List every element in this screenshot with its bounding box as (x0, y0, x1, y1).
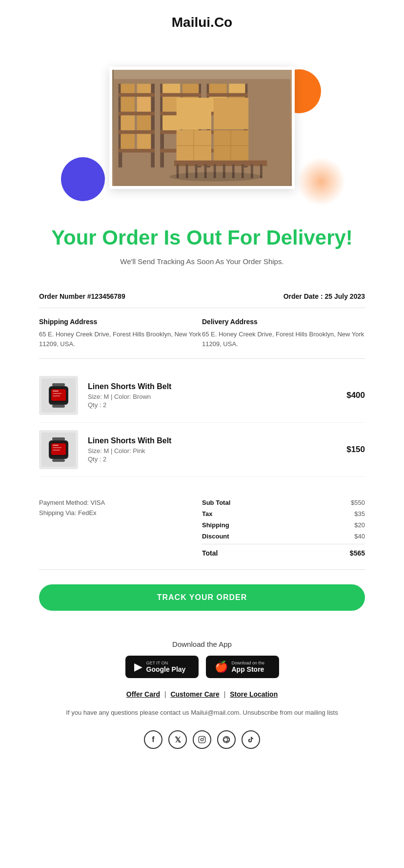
svg-point-80 (203, 738, 204, 739)
customer-care-link[interactable]: Customer Care (170, 690, 219, 698)
svg-rect-18 (160, 93, 201, 97)
product-qty-1: Qty : 2 (88, 401, 346, 409)
google-play-text: GET IT ON Google Play (146, 661, 186, 673)
footer-contact: If you have any questions please contact… (39, 708, 365, 718)
product-price-1: $400 (346, 391, 365, 400)
shipping-label: Shipping (202, 521, 229, 529)
address-row: Shipping Address 65 E. Honey Creek Drive… (39, 308, 365, 359)
total-final-row: Total $565 (202, 544, 365, 557)
svg-rect-75 (53, 445, 59, 446)
svg-rect-6 (119, 130, 155, 134)
warehouse-image (112, 70, 292, 186)
instagram-icon[interactable] (193, 730, 211, 749)
divider-1: | (164, 690, 168, 698)
svg-rect-7 (119, 149, 155, 153)
products-section: Linen Shorts With Belt Size: M | Color: … (39, 359, 365, 487)
svg-rect-14 (121, 134, 135, 148)
footer-links: Offer Card | Customer Care | Store Locat… (39, 690, 365, 698)
svg-rect-34 (209, 84, 226, 93)
svg-rect-12 (121, 115, 135, 130)
google-play-big: Google Play (146, 665, 186, 673)
twitter-icon[interactable]: 𝕏 (168, 730, 187, 749)
svg-rect-67 (53, 395, 60, 396)
payment-info: Payment Method: VISA Shipping Via: FedEx (39, 499, 202, 557)
product-name-2: Linen Shorts With Belt (88, 436, 346, 445)
dribbble-icon[interactable] (217, 730, 236, 749)
tiktok-icon[interactable] (242, 730, 260, 749)
headline: Your Order Is Out For Delivery! (39, 226, 365, 250)
svg-rect-8 (121, 84, 135, 93)
svg-rect-4 (119, 93, 155, 97)
product-details-1: Linen Shorts With Belt Size: M | Color: … (88, 382, 346, 409)
hero-section (0, 40, 404, 216)
app-store-big: App Store (232, 665, 265, 673)
product-item-2: Linen Shorts With Belt Size: M | Color: … (39, 423, 365, 477)
apple-icon: 🍎 (215, 661, 228, 673)
divider-2: | (224, 690, 228, 698)
main-content: Your Order Is Out For Delivery! We'll Se… (0, 226, 404, 625)
product-qty-2: Qty : 2 (88, 455, 346, 463)
product-meta-2: Size: M | Color: Pink (88, 447, 346, 455)
discount-row: Discount $40 (202, 533, 365, 540)
product-details-2: Linen Shorts With Belt Size: M | Color: … (88, 436, 346, 463)
total-label: Total (202, 549, 218, 557)
subtotal-value: $550 (351, 499, 365, 506)
svg-rect-30 (207, 93, 248, 97)
app-store-small: Download on the (232, 661, 265, 665)
shipping-value: $20 (354, 521, 365, 529)
svg-rect-51 (177, 98, 211, 129)
svg-rect-52 (214, 98, 248, 129)
store-location-link[interactable]: Store Location (230, 690, 278, 698)
shipping-address-block: Shipping Address 65 E. Honey Creek Drive… (39, 318, 202, 349)
logo: Mailui.Co (0, 15, 404, 30)
delivery-label: Delivery Address (202, 318, 365, 326)
app-buttons: ▶ GET IT ON Google Play 🍎 Download on th… (39, 656, 365, 678)
shipping-address: 65 E. Honey Creek Drive, Forest Hills Br… (39, 330, 202, 349)
svg-point-79 (201, 739, 203, 741)
google-play-icon: ▶ (134, 661, 142, 673)
hero-image (109, 67, 295, 189)
svg-rect-13 (137, 115, 151, 130)
headline-title: Your Order Is Out For Delivery! (39, 226, 365, 250)
social-icons: f 𝕏 (39, 730, 365, 749)
subtotal-row: Sub Total $550 (202, 499, 365, 506)
svg-rect-10 (121, 97, 135, 111)
svg-rect-65 (53, 391, 59, 392)
offer-card-link[interactable]: Offer Card (126, 690, 160, 698)
delivery-address-block: Delivery Address 65 E. Honey Creek Drive… (202, 318, 365, 349)
svg-rect-9 (137, 84, 151, 93)
footer: Download the App ▶ GET IT ON Google Play… (0, 625, 404, 768)
shipping-label: Shipping Address (39, 318, 202, 326)
svg-rect-78 (199, 737, 205, 743)
order-date: Order Date : 25 July 2023 (283, 292, 365, 300)
delivery-address: 65 E. Honey Creek Drive, Forest Hills Br… (202, 330, 365, 349)
product-price-2: $150 (346, 445, 365, 455)
product-name-1: Linen Shorts With Belt (88, 382, 346, 391)
facebook-icon[interactable]: f (144, 730, 162, 749)
header: Mailui.Co (0, 0, 404, 40)
shipping-row: Shipping $20 (202, 521, 365, 529)
app-store-button[interactable]: 🍎 Download on the App Store (206, 656, 279, 678)
svg-rect-76 (53, 447, 61, 448)
svg-rect-64 (52, 405, 65, 408)
product-item: Linen Shorts With Belt Size: M | Color: … (39, 369, 365, 423)
svg-rect-23 (182, 84, 199, 93)
track-order-button[interactable]: TRACK YOUR ORDER (39, 584, 365, 611)
product-meta-1: Size: M | Color: Brown (88, 393, 346, 400)
svg-rect-66 (53, 393, 61, 394)
tax-label: Tax (202, 510, 212, 517)
total-value: $565 (350, 549, 365, 557)
order-info-row: Order Number #123456789 Order Date : 25 … (39, 285, 365, 308)
discount-label: Discount (202, 533, 229, 540)
product-image-2 (39, 430, 78, 469)
google-play-small: GET IT ON (146, 661, 186, 665)
order-number: Order Number #123456789 (39, 292, 125, 300)
tax-row: Tax $35 (202, 510, 365, 517)
google-play-button[interactable]: ▶ GET IT ON Google Play (125, 656, 199, 678)
track-button-section[interactable]: TRACK YOUR ORDER (39, 570, 365, 625)
subtotal-label: Sub Total (202, 499, 230, 506)
svg-rect-5 (119, 112, 155, 116)
tax-value: $35 (354, 510, 365, 517)
download-title: Download the App (39, 640, 365, 648)
payment-method: Payment Method: VISA (39, 499, 202, 506)
